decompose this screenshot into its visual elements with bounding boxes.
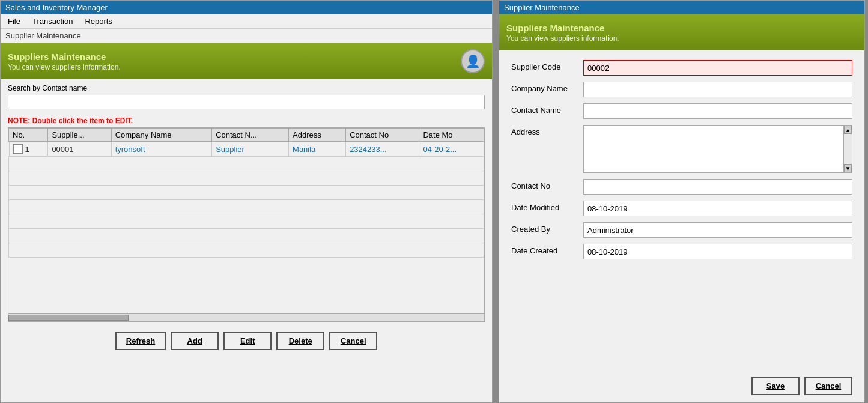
date-created-field[interactable] <box>583 244 852 259</box>
table-row <box>9 243 484 258</box>
address-field[interactable] <box>584 126 843 172</box>
created-by-row: Created By <box>511 222 852 238</box>
dialog-header-banner: Suppliers Maintenance You can view suppl… <box>499 14 864 50</box>
table-header-row: No. Supplie... Company Name Contact N...… <box>9 129 484 142</box>
menu-file[interactable]: File <box>5 16 23 27</box>
company-name-row: Company Name <box>511 82 852 97</box>
supplier-code-field[interactable] <box>583 60 852 76</box>
col-no: No. <box>9 129 48 142</box>
contact-name-field[interactable] <box>583 103 852 119</box>
col-contact-name: Contact N... <box>212 129 289 142</box>
search-label: Search by Contact name <box>8 84 485 92</box>
dialog-header-text: Suppliers Maintenance You can view suppl… <box>506 23 619 43</box>
date-created-row: Date Created <box>511 244 852 259</box>
dialog-banner-title: Suppliers Maintenance <box>506 23 619 33</box>
banner-title: Suppliers Maintenance <box>8 52 121 62</box>
address-row: Address ▲ ▼ <box>511 125 852 173</box>
scrollbar-up-arrow[interactable]: ▲ <box>844 126 852 134</box>
contact-name-label: Contact Name <box>511 103 583 115</box>
scrollbar-down-arrow[interactable]: ▼ <box>844 164 852 172</box>
date-modified-field[interactable] <box>583 201 852 216</box>
cell-supplier-code: 00001 <box>48 142 111 157</box>
table-row <box>9 214 484 229</box>
horizontal-scrollbar[interactable] <box>8 314 485 322</box>
refresh-button[interactable]: Refresh <box>115 332 166 350</box>
dialog-cancel-button[interactable]: Cancel <box>804 377 852 395</box>
date-modified-row: Date Modified <box>511 201 852 216</box>
contact-no-label: Contact No <box>511 179 583 190</box>
col-supplier: Supplie... <box>48 129 111 142</box>
created-by-field[interactable] <box>583 222 852 238</box>
delete-button[interactable]: Delete <box>276 332 324 350</box>
address-textarea-wrapper: ▲ ▼ <box>583 125 852 173</box>
cell-address: Manila <box>289 142 346 157</box>
header-text: Suppliers Maintenance You can view suppl… <box>8 52 121 71</box>
company-name-field[interactable] <box>583 82 852 97</box>
main-title-text: Sales and Inventory Manager <box>5 3 108 12</box>
search-section: Search by Contact name <box>1 79 492 114</box>
table-row[interactable]: 1 00001 tyronsoft Supplier Manila 232423… <box>9 142 484 157</box>
table-row <box>9 186 484 200</box>
address-scrollbar[interactable]: ▲ ▼ <box>843 126 852 172</box>
dialog-title-bar: Supplier Maintenance <box>499 1 864 14</box>
avatar: 👤 <box>461 49 485 73</box>
contact-no-row: Contact No <box>511 179 852 195</box>
scrollbar-thumb[interactable] <box>8 315 129 321</box>
col-company: Company Name <box>111 129 212 142</box>
cell-date-mod: 04-20-2... <box>419 142 484 157</box>
table-row <box>9 171 484 186</box>
form-area: Supplier Code Company Name Contact Name … <box>499 50 864 275</box>
cell-contact-name: Supplier <box>212 142 289 157</box>
supplier-dialog: Supplier Maintenance Suppliers Maintenan… <box>499 0 865 403</box>
contact-name-row: Contact Name <box>511 103 852 119</box>
edit-button[interactable]: Edit <box>223 332 272 350</box>
col-date-mod: Date Mo <box>419 129 484 142</box>
dialog-banner-subtitle: You can view suppliers information. <box>506 34 619 43</box>
dialog-button-bar: Save Cancel <box>739 369 864 402</box>
menu-bar: File Transaction Reports <box>1 14 492 29</box>
main-title-bar: Sales and Inventory Manager <box>1 1 492 14</box>
date-modified-label: Date Modified <box>511 201 583 212</box>
add-button[interactable]: Add <box>171 332 219 350</box>
date-created-label: Date Created <box>511 244 583 255</box>
cell-contact-no: 2324233... <box>346 142 419 157</box>
table-row <box>9 157 484 171</box>
save-button[interactable]: Save <box>751 377 800 395</box>
contact-no-field[interactable] <box>583 179 852 195</box>
menu-transaction[interactable]: Transaction <box>30 16 75 27</box>
address-label: Address <box>511 125 583 136</box>
note-text: NOTE: Double click the item to EDIT. <box>1 114 492 127</box>
supplier-code-row: Supplier Code <box>511 60 852 76</box>
main-window: Sales and Inventory Manager File Transac… <box>0 0 493 403</box>
banner-subtitle: You can view suppliers information. <box>8 63 121 71</box>
company-name-label: Company Name <box>511 82 583 93</box>
cell-no: 1 <box>9 142 48 156</box>
table-row <box>9 229 484 243</box>
table-row <box>9 200 484 214</box>
window-label: Supplier Maintenance <box>1 29 492 43</box>
search-input[interactable] <box>8 95 485 109</box>
supplier-code-label: Supplier Code <box>511 60 583 71</box>
created-by-label: Created By <box>511 222 583 234</box>
supplier-table-container: No. Supplie... Company Name Contact N...… <box>8 127 485 314</box>
cancel-button[interactable]: Cancel <box>329 332 377 350</box>
col-address: Address <box>289 129 346 142</box>
button-bar: Refresh Add Edit Delete Cancel <box>1 324 492 357</box>
header-banner: Suppliers Maintenance You can view suppl… <box>1 43 492 79</box>
col-contact-no: Contact No <box>346 129 419 142</box>
menu-reports[interactable]: Reports <box>82 16 115 27</box>
dialog-title-text: Supplier Maintenance <box>504 3 580 12</box>
cell-company-name: tyronsoft <box>111 142 212 157</box>
row-checkbox[interactable] <box>13 144 23 154</box>
supplier-table: No. Supplie... Company Name Contact N...… <box>8 128 484 258</box>
